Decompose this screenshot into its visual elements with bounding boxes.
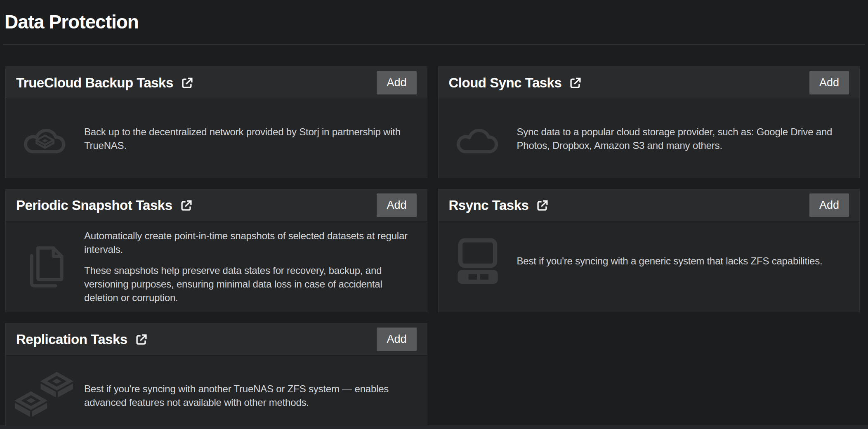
cloud-sync-tasks-link[interactable]: Cloud Sync Tasks <box>449 75 583 91</box>
add-button[interactable]: Add <box>377 71 416 94</box>
external-link-icon <box>180 76 194 90</box>
card-body: Best if you're syncing with another True… <box>6 356 427 429</box>
truecloud-backup-tasks-link[interactable]: TrueCloud Backup Tasks <box>16 75 194 91</box>
rsync-tasks-link[interactable]: Rsync Tasks <box>449 198 550 213</box>
card-periodic-snapshot-tasks: Periodic Snapshot Tasks Add <box>5 189 427 312</box>
card-rsync-tasks: Rsync Tasks Add <box>438 189 860 312</box>
description-paragraph: Back up to the decentralized network pro… <box>84 125 414 152</box>
periodic-snapshot-tasks-link[interactable]: Periodic Snapshot Tasks <box>16 198 193 213</box>
replication-boxes-icon <box>6 372 84 420</box>
description-paragraph: These snapshots help preserve data state… <box>84 264 414 304</box>
page-title: Data Protection <box>0 0 868 33</box>
computer-icon <box>439 238 517 285</box>
card-header: Cloud Sync Tasks Add <box>439 67 860 99</box>
replication-tasks-link[interactable]: Replication Tasks <box>16 332 148 347</box>
external-link-icon <box>179 199 193 213</box>
card-header: Rsync Tasks Add <box>439 189 860 222</box>
external-link-icon <box>535 199 549 213</box>
card-description: Sync data to a popular cloud storage pro… <box>517 125 848 152</box>
card-description: Best if you're syncing with a generic sy… <box>517 254 824 268</box>
card-header: Periodic Snapshot Tasks Add <box>6 189 427 222</box>
description-paragraph: Sync data to a popular cloud storage pro… <box>517 125 847 152</box>
card-body: Back up to the decentralized network pro… <box>6 99 427 178</box>
card-header: TrueCloud Backup Tasks Add <box>6 67 427 99</box>
external-link-icon <box>568 76 582 90</box>
description-paragraph: Automatically create point-in-time snaps… <box>84 229 414 256</box>
card-header: Replication Tasks Add <box>6 323 427 356</box>
add-button[interactable]: Add <box>809 193 849 217</box>
cards-grid: TrueCloud Backup Tasks Add <box>5 66 860 429</box>
card-title: Replication Tasks <box>16 332 127 347</box>
card-description: Best if you're syncing with another True… <box>84 382 415 409</box>
card-title: TrueCloud Backup Tasks <box>16 75 173 91</box>
cloud-icon <box>439 119 517 158</box>
snapshot-documents-icon <box>6 241 84 293</box>
card-cloud-sync-tasks: Cloud Sync Tasks Add Sync data to a popu <box>438 66 860 178</box>
data-protection-page: { "page": { "title": "Data Protection" }… <box>0 0 868 429</box>
add-button[interactable]: Add <box>809 71 849 94</box>
description-paragraph: Best if you're syncing with a generic sy… <box>517 254 823 268</box>
title-divider <box>3 44 865 45</box>
external-link-icon <box>134 333 148 347</box>
card-description: Automatically create point-in-time snaps… <box>84 229 415 304</box>
add-button[interactable]: Add <box>377 193 416 217</box>
description-paragraph: Best if you're syncing with another True… <box>84 382 414 409</box>
card-body: Sync data to a popular cloud storage pro… <box>439 99 860 178</box>
storj-cloud-icon <box>6 119 84 158</box>
card-description: Back up to the decentralized network pro… <box>84 125 415 152</box>
footer-bar <box>0 425 868 429</box>
add-button[interactable]: Add <box>377 328 416 351</box>
card-body: Best if you're syncing with a generic sy… <box>439 222 860 300</box>
card-title: Rsync Tasks <box>449 198 529 213</box>
card-truecloud-backup-tasks: TrueCloud Backup Tasks Add <box>5 66 427 178</box>
card-title: Cloud Sync Tasks <box>449 75 562 91</box>
card-title: Periodic Snapshot Tasks <box>16 198 172 213</box>
card-body: Automatically create point-in-time snaps… <box>6 222 427 312</box>
card-replication-tasks: Replication Tasks Add <box>5 323 427 429</box>
